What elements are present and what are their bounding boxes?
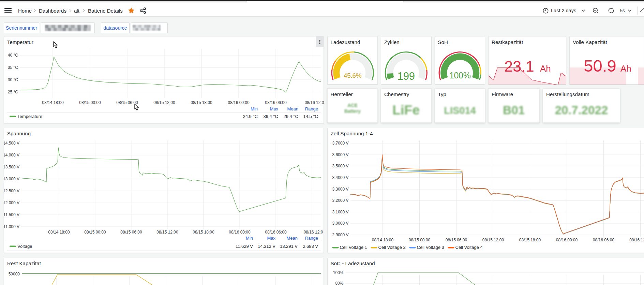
svg-text:3.1000 V: 3.1000 V	[332, 210, 348, 214]
svg-text:14.000 V: 14.000 V	[4, 153, 19, 158]
svg-text:Cell Voltage 2: Cell Voltage 2	[378, 245, 405, 250]
svg-text:08/16 12:0: 08/16 12:0	[629, 238, 644, 242]
svg-text:2.683 V: 2.683 V	[303, 244, 318, 249]
svg-text:Max: Max	[270, 106, 278, 111]
svg-text:Min: Min	[246, 236, 253, 241]
svg-text:199: 199	[398, 70, 415, 82]
svg-text:3.6000 V: 3.6000 V	[332, 152, 348, 157]
svg-text:Voltage: Voltage	[17, 244, 32, 249]
svg-text:14.500 V: 14.500 V	[4, 141, 19, 146]
svg-text:08/15 00:00: 08/15 00:00	[79, 100, 101, 105]
svg-text:25 °C: 25 °C	[8, 90, 18, 94]
svg-text:3.7000 V: 3.7000 V	[332, 141, 348, 146]
svg-text:08/15 18:00: 08/15 18:00	[191, 100, 212, 105]
svg-text:08/16 12:0: 08/16 12:0	[304, 230, 323, 235]
svg-text:08/16 00:00: 08/16 00:00	[229, 230, 251, 235]
svg-text:08/14 18:00: 08/14 18:00	[42, 100, 64, 105]
svg-text:13.000 V: 13.000 V	[4, 177, 19, 181]
svg-text:11.000 V: 11.000 V	[4, 224, 19, 229]
svg-text:Temperature: Temperature	[17, 114, 42, 119]
svg-text:08/15 12:00: 08/15 12:00	[156, 230, 178, 235]
svg-text:2.9000 V: 2.9000 V	[332, 232, 348, 237]
svg-text:35 °C: 35 °C	[8, 65, 18, 70]
svg-text:3.4000 V: 3.4000 V	[332, 175, 348, 180]
svg-text:50000: 50000	[9, 272, 20, 276]
svg-text:11.500 V: 11.500 V	[4, 212, 19, 217]
svg-text:14.312 V: 14.312 V	[258, 244, 275, 249]
svg-text:08/15 00:00: 08/15 00:00	[84, 230, 106, 235]
svg-text:08/15 06:00: 08/15 06:00	[445, 238, 467, 242]
svg-text:Ah: Ah	[540, 63, 551, 74]
svg-text:80%: 80%	[335, 281, 343, 285]
svg-text:29.4 °C: 29.4 °C	[283, 114, 298, 119]
svg-text:08/15 18:00: 08/15 18:00	[519, 238, 541, 242]
svg-text:30 °C: 30 °C	[8, 77, 18, 82]
svg-text:Min: Min	[251, 106, 258, 111]
svg-text:08/16 06:00: 08/16 06:00	[593, 238, 614, 242]
svg-text:12.500 V: 12.500 V	[4, 189, 19, 193]
svg-text:08/15 00:00: 08/15 00:00	[408, 238, 430, 242]
svg-text:12.000 V: 12.000 V	[4, 200, 19, 205]
svg-text:Ah: Ah	[620, 63, 631, 74]
svg-text:Max: Max	[267, 236, 275, 241]
svg-text:Cell Voltage 1: Cell Voltage 1	[340, 245, 367, 250]
svg-text:Range: Range	[305, 106, 318, 111]
svg-text:50.9: 50.9	[584, 57, 616, 75]
svg-text:08/16 00:00: 08/16 00:00	[556, 238, 578, 242]
svg-text:100%: 100%	[449, 71, 470, 80]
svg-text:24.9 °C: 24.9 °C	[243, 114, 258, 119]
svg-text:Cell Voltage 4: Cell Voltage 4	[455, 245, 482, 250]
svg-text:100%: 100%	[333, 270, 343, 275]
svg-text:45.6%: 45.6%	[344, 72, 362, 79]
svg-text:08/15 06:00: 08/15 06:00	[120, 230, 142, 235]
svg-text:08/16 06:00: 08/16 06:00	[265, 230, 287, 235]
svg-text:08/14 18:00: 08/14 18:00	[372, 238, 393, 242]
svg-text:23.1: 23.1	[504, 58, 534, 75]
svg-text:14.5 °C: 14.5 °C	[303, 114, 318, 119]
svg-text:3.5000 V: 3.5000 V	[332, 164, 348, 168]
svg-text:3.2000 V: 3.2000 V	[332, 198, 348, 203]
svg-text:08/16 06:00: 08/16 06:00	[265, 100, 287, 105]
svg-text:Mean: Mean	[287, 106, 298, 111]
svg-text:08/15 12:00: 08/15 12:00	[153, 100, 175, 105]
svg-text:13.500 V: 13.500 V	[4, 165, 19, 169]
svg-text:39.4 °C: 39.4 °C	[263, 114, 278, 119]
svg-text:13.291 V: 13.291 V	[280, 244, 298, 249]
svg-text:08/15 12:00: 08/15 12:00	[482, 238, 504, 242]
svg-text:3.0000 V: 3.0000 V	[332, 221, 348, 226]
svg-text:08/14 18:00: 08/14 18:00	[48, 230, 70, 235]
svg-text:40 °C: 40 °C	[8, 53, 18, 58]
svg-text:3.3000 V: 3.3000 V	[332, 187, 348, 192]
svg-text:Range: Range	[305, 236, 318, 241]
svg-text:Mean: Mean	[286, 236, 298, 241]
svg-text:Cell Voltage 3: Cell Voltage 3	[417, 245, 444, 250]
svg-text:11.629 V: 11.629 V	[236, 244, 253, 249]
svg-text:08/16 00:00: 08/16 00:00	[228, 100, 250, 105]
svg-text:08/15 18:00: 08/15 18:00	[193, 230, 214, 235]
svg-text:08/16 12:0: 08/16 12:0	[305, 100, 324, 105]
